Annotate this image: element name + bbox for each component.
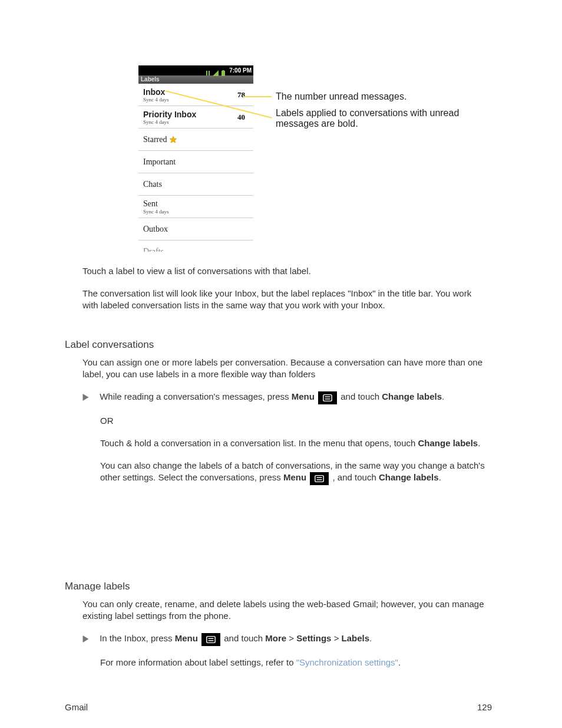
body-p3a: You can only create, rename, and delete … [65,598,489,622]
t: > [334,633,342,643]
status-bar: 7:00 PM [138,65,253,75]
svg-marker-7 [83,394,89,401]
svg-marker-2 [213,70,219,76]
cross-reference-link[interactable]: "Synchronization settings" [296,657,398,667]
label-sync-info: Sync 4 days [143,97,237,103]
unread-count: 78 [237,90,249,100]
signal-icon [213,68,219,74]
step-bullet-icon [82,392,89,404]
section-manage-labels: Manage labels You can only create, renam… [65,581,489,679]
t: Change labels [382,391,442,401]
label-name: Drafts [143,247,164,252]
body-p3b-line: For more information about label setting… [65,657,489,668]
t: , and touch [333,472,379,482]
star-icon [167,134,177,145]
svg-rect-15 [207,637,215,643]
section-label-conversations: Label conversations You can assign one o… [65,339,489,496]
t: and touch [340,391,382,401]
t: Change labels [418,438,478,448]
step-bullet-icon [82,634,89,645]
label-name: Priority Inbox [143,110,237,119]
t: In the Inbox, press [100,633,175,643]
t: More [265,633,286,643]
label-row-important[interactable]: Important [138,151,253,173]
label-row-outbox[interactable]: Outbox [138,218,253,241]
body-p1b: The conversation list will look like you… [82,288,483,311]
label-name: Sent [143,199,249,209]
alt-step-2: You can also change the labels of a batc… [65,460,489,485]
screen-title-bar: Labels [138,75,253,84]
status-time: 7:00 PM [229,67,252,74]
menu-icon [201,633,220,646]
t: Menu [283,472,306,482]
svg-rect-4 [223,70,224,71]
body-p1a: Touch a label to view a list of conversa… [82,265,483,277]
annotation-unread-count: The number unread messages. [276,91,406,102]
step-1: While reading a conversation's messages,… [65,391,489,404]
label-sync-info: Sync 4 days [143,119,237,125]
t: and touch [224,633,265,643]
svg-marker-5 [170,136,177,143]
label-name: Chats [143,180,162,189]
t: Menu [292,391,315,401]
body-p2a: You can assign one or more labels per co… [65,357,489,380]
label-row-inbox[interactable]: Inbox Sync 4 days 78 [138,84,253,106]
svg-rect-11 [315,476,323,482]
t: Settings [296,633,331,643]
label-row-chats[interactable]: Chats [138,173,253,196]
phone-screenshot: 7:00 PM Labels Inbox Sync 4 days 78 Prio… [138,65,253,252]
label-row-starred[interactable]: Starred [138,129,253,151]
svg-rect-0 [206,71,207,75]
t: Labels [342,633,370,643]
svg-rect-1 [209,71,210,75]
label-name: Important [143,157,176,167]
or-divider: OR [65,415,489,427]
label-row-priority-inbox[interactable]: Priority Inbox Sync 4 days 40 [138,106,253,129]
label-name: Outbox [143,225,168,234]
footer-page-number: 129 [477,701,492,713]
t: Menu [175,633,198,643]
label-name: Inbox [143,87,237,97]
svg-rect-8 [323,395,332,401]
step-2: In the Inbox, press Menu and touch More … [65,633,489,646]
unread-count: 40 [237,113,249,122]
data-sync-icon [205,68,211,74]
footer-app-name: Gmail [65,701,88,713]
annotation-bold-labels: Labels applied to conversations with unr… [276,108,464,129]
section-heading: Manage labels [65,581,489,592]
label-sync-info: Sync 4 days [143,209,249,215]
section-heading: Label conversations [65,339,489,351]
body-block-1: Touch a label to view a list of conversa… [82,265,483,322]
t: While reading a conversation's messages,… [100,391,292,401]
label-row-sent[interactable]: Sent Sync 4 days [138,196,253,218]
menu-icon [310,472,329,485]
labels-list: Inbox Sync 4 days 78 Priority Inbox Sync… [138,84,253,252]
t: For more information about label setting… [100,657,296,667]
t: Change labels [379,472,439,482]
label-row-drafts[interactable]: Drafts [138,241,253,252]
battery-icon [220,68,226,74]
menu-icon [318,391,337,404]
t: Touch & hold a conversation in a convers… [100,438,418,448]
callout-line-1 [243,96,272,97]
label-name: Starred [143,135,167,144]
t: > [289,633,296,643]
svg-marker-14 [83,635,89,643]
svg-rect-3 [222,71,225,76]
alt-step-1: Touch & hold a conversation in a convers… [65,437,489,449]
